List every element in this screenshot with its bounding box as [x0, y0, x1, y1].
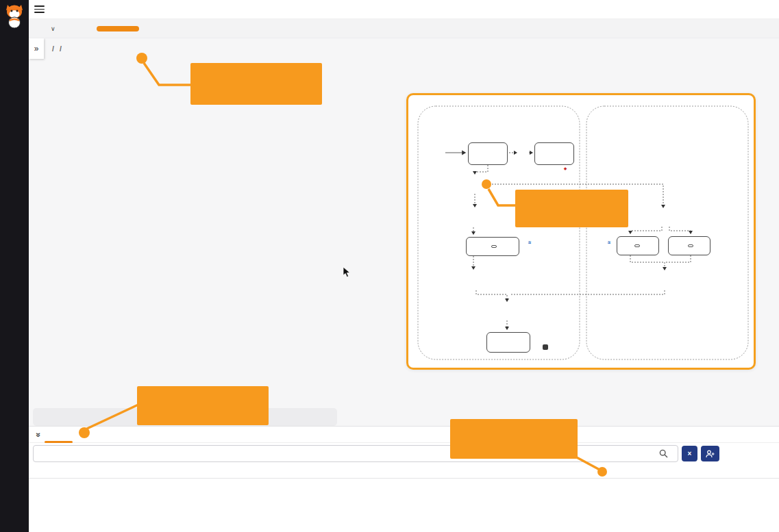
collapse-panel-icon[interactable]: »: [34, 433, 43, 436]
query-row: ×: [29, 443, 779, 464]
federated-services-diagram: ◆ ≋ ≋: [406, 93, 756, 370]
java-logo: ≋: [602, 240, 617, 244]
reviews-v3-box: [668, 236, 710, 255]
pod-box-details: [534, 142, 574, 165]
top-bar: [29, 0, 779, 19]
tabs-row: »: [29, 427, 779, 443]
callout-federated: [515, 190, 628, 227]
filter-query-input[interactable]: [33, 445, 678, 462]
pod-box-productpage: [468, 142, 508, 165]
reviews-v2-tag: [634, 244, 640, 247]
pod-box-ratings: [486, 332, 530, 353]
java-logo: ≋: [522, 240, 537, 244]
reviews-v1-box: [466, 237, 519, 256]
ruby-logo: ◆: [554, 166, 577, 170]
clear-filter-button[interactable]: ×: [682, 446, 697, 461]
search-icon: [659, 449, 668, 458]
person-plus-icon: [706, 450, 715, 458]
flows-panel: » ×: [29, 426, 779, 532]
nodejs-logo: [543, 339, 548, 351]
expand-panel-chevron[interactable]: »: [29, 38, 44, 59]
getting-started-bar: ∨: [29, 19, 779, 38]
reviews-v1-tag: [491, 245, 497, 248]
reviews-v2-box: [617, 236, 659, 255]
progress-bar: [97, 26, 139, 31]
callout-filter-graph: [190, 63, 322, 105]
breadcrumb: //: [49, 45, 64, 53]
flows-table: [29, 464, 779, 479]
service-graph-canvas[interactable]: » //: [29, 38, 779, 426]
chevron-down-icon: ∨: [51, 25, 55, 32]
calico-cat-logo: [0, 0, 29, 31]
sidebar: [0, 0, 29, 532]
callout-flows-table: [137, 386, 269, 425]
hamburger-menu-icon[interactable]: [34, 5, 45, 13]
flows-table-header: [29, 464, 779, 479]
add-user-button[interactable]: [701, 446, 719, 461]
reviews-v3-tag: [688, 244, 693, 247]
callout-backend: [450, 419, 578, 459]
